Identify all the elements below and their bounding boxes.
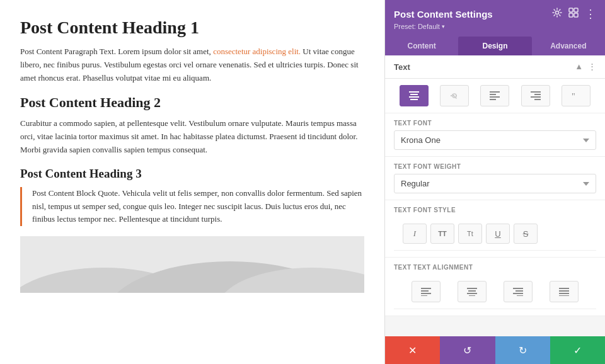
content-area: Post Content Heading 1 Post Content Para… (0, 0, 384, 364)
text-section-header: Text ▲ ⋮ (385, 55, 605, 79)
paragraph-1: Post Content Paragraph Text. Lorem ipsum… (20, 45, 364, 84)
redo-button[interactable]: ↻ (495, 336, 550, 364)
text-font-style-label: Text Font Style (394, 207, 596, 213)
align-right-btn[interactable] (521, 85, 550, 106)
align-left-btn[interactable] (480, 85, 509, 106)
svg-rect-28 (421, 295, 427, 296)
preset-label: Preset: Default (394, 23, 440, 30)
blockquote-text: Post Content Block Quote. Vehicula velit… (32, 187, 364, 226)
panel-header-top: Post Content Settings ⋮ (394, 8, 596, 20)
text-alignment-group: Text Text Alignment (385, 258, 605, 316)
preset-arrow: ▾ (442, 23, 445, 30)
section-header-icons: ▲ ⋮ (575, 62, 596, 72)
blockquote: Post Content Block Quote. Vehicula velit… (20, 187, 364, 226)
font-style-row: I TT Tt U S (394, 217, 596, 251)
svg-rect-36 (517, 295, 523, 296)
text-align-justify-btn[interactable] (550, 281, 579, 302)
svg-rect-31 (467, 293, 477, 294)
heading-3: Post Content Heading 3 (20, 167, 364, 181)
hills-svg (20, 236, 364, 293)
text-font-select[interactable]: Krona One Arial Georgia (394, 130, 596, 150)
svg-rect-30 (468, 290, 476, 292)
svg-rect-21 (534, 94, 541, 95)
settings-panel: Post Content Settings ⋮ (384, 0, 605, 364)
svg-rect-26 (421, 290, 429, 292)
panel-header: Post Content Settings ⋮ (385, 0, 605, 55)
panel-body: Text ▲ ⋮ " Text Fo (385, 55, 605, 336)
text-font-weight-label: Text Font Weight (394, 163, 596, 170)
text-section-title: Text (394, 62, 410, 72)
redo-icon: ↻ (519, 344, 527, 356)
small-caps-btn[interactable]: Tt (458, 224, 482, 244)
undo-button[interactable]: ↺ (440, 336, 495, 364)
svg-rect-34 (516, 290, 523, 292)
image-placeholder (20, 236, 364, 293)
tt-btn[interactable]: TT (430, 224, 454, 244)
svg-rect-32 (469, 295, 475, 296)
strikethrough-btn[interactable]: S (514, 224, 538, 244)
save-button[interactable]: ✓ (550, 336, 605, 364)
layout-icon[interactable] (568, 8, 579, 20)
text-font-weight-group: Text Font Weight Regular Bold Light (385, 157, 605, 200)
text-align-center-btn[interactable] (458, 281, 487, 302)
tab-design[interactable]: Design (458, 37, 531, 55)
tab-advanced[interactable]: Advanced (532, 37, 605, 55)
text-font-weight-select[interactable]: Regular Bold Light (394, 174, 596, 193)
cancel-icon: ✕ (408, 344, 417, 356)
panel-tabs: Content Design Advanced (385, 37, 605, 55)
svg-rect-39 (559, 293, 569, 294)
svg-rect-19 (490, 99, 496, 100)
panel-footer: ✕ ↺ ↻ ✓ (385, 336, 605, 364)
svg-rect-16 (490, 91, 500, 93)
section-more-icon[interactable]: ⋮ (588, 62, 596, 72)
alignment-row: " (385, 79, 605, 113)
tab-content[interactable]: Content (385, 37, 458, 55)
svg-rect-9 (409, 91, 419, 93)
svg-rect-7 (569, 13, 573, 17)
paragraph-2: Curabitur a commodo sapien, at pellentes… (20, 117, 364, 156)
svg-rect-40 (559, 295, 569, 296)
svg-rect-35 (513, 293, 523, 294)
svg-rect-12 (410, 99, 418, 100)
svg-rect-17 (490, 94, 496, 95)
svg-rect-20 (531, 91, 541, 93)
svg-rect-10 (410, 94, 418, 95)
text-font-label: Text Font (394, 120, 596, 127)
panel-preset[interactable]: Preset: Default ▾ (394, 23, 596, 30)
svg-rect-8 (574, 13, 578, 17)
svg-rect-22 (531, 96, 541, 98)
paragraph-1-text-before: Post Content Paragraph Text. Lorem ipsum… (20, 47, 213, 56)
panel-header-icons: ⋮ (552, 8, 596, 20)
svg-rect-6 (574, 8, 578, 12)
underline-btn[interactable]: U (486, 224, 510, 244)
text-font-style-group: Text Font Style I TT Tt U S (385, 200, 605, 258)
text-font-group: Text Font Krona One Arial Georgia (385, 113, 605, 157)
align-quote-btn[interactable]: " (562, 85, 591, 106)
svg-rect-25 (421, 288, 431, 289)
text-align-right-btn[interactable] (504, 281, 533, 302)
cancel-button[interactable]: ✕ (385, 336, 440, 364)
more-icon[interactable]: ⋮ (585, 8, 596, 20)
text-align-left-btn[interactable] (412, 281, 441, 302)
section-collapse-icon[interactable]: ▲ (575, 62, 583, 72)
heading-2: Post Content Heading 2 (20, 94, 364, 111)
undo-icon: ↺ (463, 344, 471, 356)
svg-point-4 (556, 11, 559, 14)
save-icon: ✓ (573, 344, 582, 356)
svg-rect-11 (409, 96, 419, 98)
svg-rect-29 (467, 288, 477, 289)
svg-rect-27 (421, 293, 431, 294)
paragraph-1-link[interactable]: consectetur adipiscing elit. (213, 47, 301, 56)
settings-icon[interactable] (552, 8, 562, 20)
text-text-alignment-label: Text Text Alignment (394, 264, 596, 271)
panel-title: Post Content Settings (394, 9, 493, 20)
svg-rect-5 (569, 8, 573, 12)
svg-rect-18 (490, 96, 500, 98)
svg-rect-37 (559, 288, 569, 289)
align-center-btn[interactable] (400, 85, 429, 106)
heading-1: Post Content Heading 1 (20, 18, 364, 38)
svg-rect-23 (534, 99, 541, 100)
italic-btn[interactable]: I (403, 224, 427, 244)
align-none-btn[interactable] (440, 85, 469, 106)
text-alignment-row (394, 275, 596, 309)
